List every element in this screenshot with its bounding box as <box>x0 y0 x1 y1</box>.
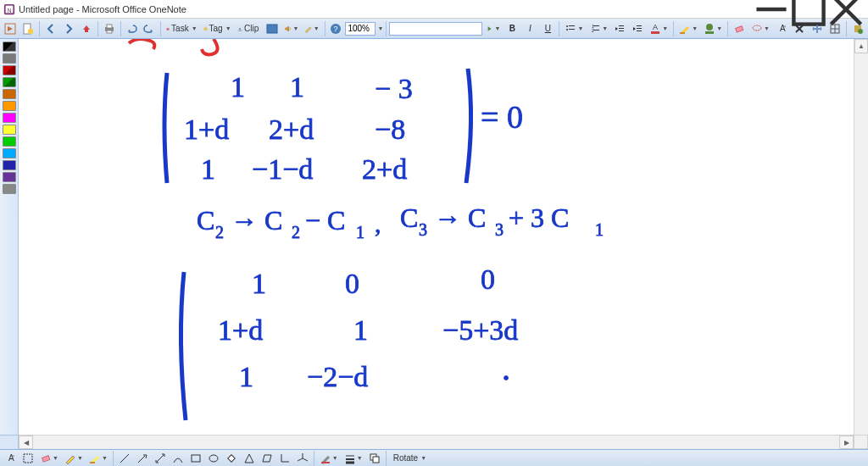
svg-text:1+d: 1+d <box>184 114 229 145</box>
audio-button[interactable]: ▼ <box>281 20 301 37</box>
app-icon: N <box>3 3 15 15</box>
line-shape-button[interactable] <box>116 450 133 467</box>
pen-color-swatch[interactable] <box>3 53 16 64</box>
zoom-dropdown-icon[interactable]: ▼ <box>377 25 383 31</box>
svg-rect-13 <box>107 31 112 33</box>
svg-rect-40 <box>736 25 743 31</box>
outdent-button[interactable] <box>611 20 628 37</box>
svg-text:2+d: 2+d <box>269 114 314 145</box>
bullets-button[interactable]: ▼ <box>562 20 586 37</box>
line-weight-button[interactable]: ▼ <box>342 450 365 467</box>
lasso-button[interactable]: ▼ <box>748 20 772 37</box>
search-input[interactable] <box>389 22 482 36</box>
pen-color-swatch[interactable] <box>3 136 16 147</box>
nav-back-button[interactable] <box>42 20 59 37</box>
pen-color-swatch[interactable] <box>3 89 16 99</box>
zoom-input[interactable] <box>345 22 376 36</box>
insert-space-button[interactable] <box>809 20 826 37</box>
tag-button[interactable]: Tag▼ <box>201 20 234 37</box>
undo-button[interactable] <box>123 20 140 37</box>
svg-text:− 3: − 3 <box>375 73 413 104</box>
pen-color-swatch[interactable] <box>3 77 16 87</box>
arrow-shape-button[interactable] <box>134 450 151 467</box>
pen-color-swatch[interactable] <box>3 172 16 182</box>
scroll-right-icon[interactable]: ▶ <box>839 435 854 449</box>
window-title: Untitled page - Microsoft Office OneNote <box>19 4 753 14</box>
svg-rect-12 <box>107 25 112 28</box>
print-button[interactable] <box>101 20 118 37</box>
clip-button[interactable]: aClip <box>235 20 264 37</box>
minimize-button[interactable] <box>753 0 790 19</box>
eraser-tool-button[interactable]: ▼ <box>37 450 61 467</box>
svg-text:¹: ¹ <box>13 454 14 459</box>
pen-color-swatch[interactable] <box>3 148 16 158</box>
redo-button[interactable] <box>141 20 158 37</box>
italic-button[interactable]: I <box>521 20 538 37</box>
svg-text:1: 1 <box>201 153 215 185</box>
svg-text:→ C: → C <box>434 202 486 233</box>
main-toolbar: Task▼ Tag▼ aClip ▼ ▼ ? ▼ ▼ B I U ▼ 12▼ A… <box>0 19 868 39</box>
close-button[interactable] <box>827 0 865 19</box>
parallelogram-shape-button[interactable] <box>259 450 275 467</box>
text-tool-button[interactable]: A¹ <box>773 20 790 37</box>
ellipse-shape-button[interactable] <box>205 450 222 467</box>
bold-button[interactable]: B <box>504 20 520 37</box>
horizontal-scrollbar[interactable]: ◀ ▶ <box>19 435 854 449</box>
vertical-scrollbar[interactable]: ▲ ▼ <box>854 39 868 449</box>
indent-button[interactable] <box>629 20 646 37</box>
duplicate-button[interactable] <box>366 450 383 467</box>
axes-2d-button[interactable] <box>276 450 293 467</box>
nav-up-button[interactable] <box>78 20 95 37</box>
maximize-button[interactable] <box>790 0 827 19</box>
pen-tool-button[interactable]: ▼ <box>62 450 86 467</box>
pen-color-swatch[interactable] <box>3 125 16 135</box>
svg-line-88 <box>120 454 129 463</box>
scroll-left-icon[interactable]: ◀ <box>19 435 33 449</box>
curve-shape-button[interactable] <box>170 450 186 467</box>
note-canvas[interactable]: 1 1 − 3 1+d 2+d −8 1 −1−d 2+d = 0 C2 → C… <box>19 39 868 449</box>
task-button[interactable]: Task▼ <box>164 20 199 37</box>
svg-text:1: 1 <box>595 220 604 239</box>
table-button[interactable] <box>826 20 843 37</box>
svg-rect-39 <box>705 31 714 34</box>
help-button[interactable]: ? <box>327 20 344 37</box>
pen-color-swatch[interactable] <box>3 42 16 52</box>
svg-text:1: 1 <box>353 314 368 346</box>
fullscreen-button[interactable] <box>264 20 281 37</box>
search-go-button[interactable]: ▼ <box>483 20 503 37</box>
line-color-button[interactable]: ▼ <box>317 450 341 467</box>
expand-button[interactable] <box>2 20 19 37</box>
svg-text:N: N <box>7 7 11 13</box>
text-tool-button[interactable]: A¹ <box>2 450 19 467</box>
more-button[interactable] <box>849 20 866 37</box>
axes-3d-button[interactable] <box>294 450 311 467</box>
eraser-button[interactable] <box>731 20 748 37</box>
nav-forward-button[interactable] <box>60 20 77 37</box>
double-arrow-button[interactable] <box>152 450 169 467</box>
highlighter-tool-button[interactable]: ▼ <box>86 450 110 467</box>
select-tool-button[interactable] <box>19 450 36 467</box>
delete-x-button[interactable] <box>791 20 808 37</box>
svg-point-82 <box>504 376 509 380</box>
rotate-button[interactable]: Rotate▼ <box>389 450 429 467</box>
pen-color-swatch[interactable] <box>3 65 16 75</box>
font-color-button[interactable]: A▼ <box>647 20 670 37</box>
triangle-shape-button[interactable] <box>241 450 258 467</box>
highlight-pen-button[interactable]: ▼ <box>676 20 700 37</box>
highlight-color-button[interactable]: ▼ <box>701 20 725 37</box>
underline-button[interactable]: U <box>539 20 556 37</box>
svg-text:,: , <box>375 209 381 237</box>
rect-shape-button[interactable] <box>187 450 204 467</box>
svg-text:a: a <box>239 26 242 31</box>
scroll-up-icon[interactable]: ▲ <box>854 39 868 53</box>
svg-rect-91 <box>192 455 200 462</box>
pen-color-swatch[interactable] <box>3 101 16 111</box>
pen-mode-button[interactable]: ▼ <box>302 20 321 37</box>
diamond-shape-button[interactable] <box>223 450 240 467</box>
numbering-button[interactable]: 12▼ <box>587 20 610 37</box>
pen-color-swatch[interactable] <box>3 113 16 123</box>
pen-color-swatch[interactable] <box>3 184 16 194</box>
new-page-button[interactable] <box>19 20 36 37</box>
pen-color-swatch[interactable] <box>3 160 16 170</box>
svg-rect-18 <box>286 27 287 30</box>
